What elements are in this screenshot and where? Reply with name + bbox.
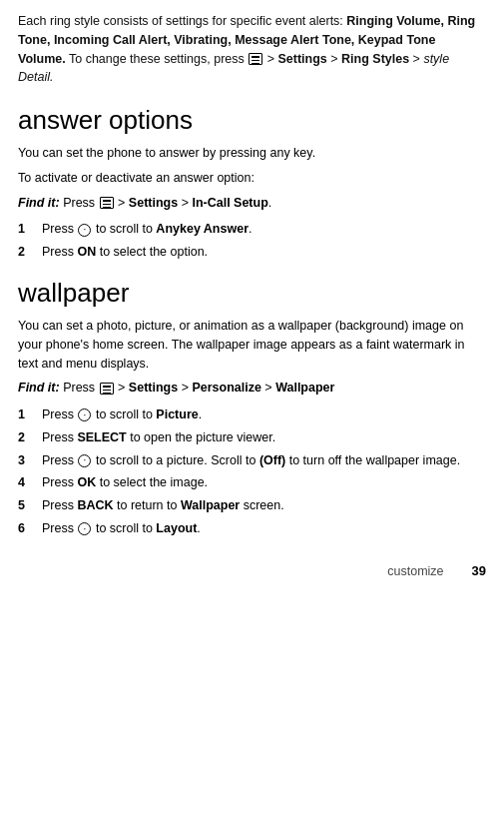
step-text-2-5: Press BACK to return to Wallpaper screen… bbox=[42, 496, 486, 515]
step-text-1-1: Press to scroll to Anykey Answer. bbox=[42, 220, 486, 239]
scroll-icon-3 bbox=[78, 454, 91, 467]
step-num-2-5: 5 bbox=[18, 496, 38, 515]
intro-text-after: To change these settings, press bbox=[66, 52, 249, 66]
intro-paragraph: Each ring style consists of settings for… bbox=[18, 12, 486, 87]
scroll-icon-4 bbox=[78, 522, 91, 535]
step-text-2-1: Press to scroll to Picture. bbox=[42, 406, 486, 424]
wallpaper-body1: You can set a photo, picture, or animati… bbox=[18, 317, 486, 373]
findit-label-1: Find it: bbox=[18, 196, 60, 210]
intro-text-before: Each ring style consists of settings for… bbox=[18, 14, 346, 28]
step-num-1-1: 1 bbox=[18, 220, 38, 239]
step-num-2-2: 2 bbox=[18, 428, 38, 447]
footer-label: customize bbox=[387, 562, 443, 580]
step-num-2-4: 4 bbox=[18, 473, 38, 492]
step-2-4: 4 Press OK to select the image. bbox=[18, 473, 486, 492]
answer-options-findit: Find it: Press > Settings > In-Call Setu… bbox=[18, 194, 486, 213]
step-text-2-2: Press SELECT to open the picture viewer. bbox=[42, 428, 486, 447]
scroll-icon-1 bbox=[78, 224, 91, 237]
findit-label-2: Find it: bbox=[18, 381, 60, 395]
answer-options-steps: 1 Press to scroll to Anykey Answer. 2 Pr… bbox=[18, 220, 486, 262]
step-text-2-6: Press to scroll to Layout. bbox=[42, 519, 486, 538]
findit-text-1: Press bbox=[63, 196, 98, 210]
step-2-2: 2 Press SELECT to open the picture viewe… bbox=[18, 428, 486, 447]
wallpaper-findit: Find it: Press > Settings > Personalize … bbox=[18, 379, 486, 398]
menu-icon-3 bbox=[100, 383, 114, 395]
step-text-2-3: Press to scroll to a picture. Scroll to … bbox=[42, 451, 486, 470]
step-num-2-1: 1 bbox=[18, 406, 38, 424]
section-wallpaper: wallpaper You can set a photo, picture, … bbox=[18, 278, 486, 538]
step-2-6: 6 Press to scroll to Layout. bbox=[18, 519, 486, 538]
scroll-icon-2 bbox=[78, 408, 91, 421]
step-num-2-3: 3 bbox=[18, 451, 38, 470]
section-answer-options: answer options You can set the phone to … bbox=[18, 105, 486, 262]
step-1-2: 2 Press ON to select the option. bbox=[18, 243, 486, 262]
step-text-2-4: Press OK to select the image. bbox=[42, 473, 486, 492]
step-2-1: 1 Press to scroll to Picture. bbox=[18, 406, 486, 424]
findit-path-1: > Settings > In-Call Setup. bbox=[118, 196, 271, 210]
page-footer: customize 39 bbox=[18, 562, 486, 581]
intro-path: > Settings > Ring Styles > bbox=[263, 52, 423, 66]
step-text-1-2: Press ON to select the option. bbox=[42, 243, 486, 262]
heading-answer-options: answer options bbox=[18, 105, 486, 136]
menu-icon bbox=[249, 53, 262, 65]
step-num-2-6: 6 bbox=[18, 519, 38, 538]
step-2-3: 3 Press to scroll to a picture. Scroll t… bbox=[18, 451, 486, 470]
answer-options-body2: To activate or deactivate an answer opti… bbox=[18, 169, 486, 188]
findit-text-2: Press bbox=[63, 381, 98, 395]
footer-page-number: 39 bbox=[472, 562, 486, 581]
answer-options-body1: You can set the phone to answer by press… bbox=[18, 144, 486, 163]
wallpaper-steps: 1 Press to scroll to Picture. 2 Press SE… bbox=[18, 406, 486, 538]
step-num-1-2: 2 bbox=[18, 243, 38, 262]
step-1-1: 1 Press to scroll to Anykey Answer. bbox=[18, 220, 486, 239]
heading-wallpaper: wallpaper bbox=[18, 278, 486, 309]
menu-icon-2 bbox=[100, 197, 114, 209]
findit-path-2: > Settings > Personalize > Wallpaper bbox=[118, 381, 334, 395]
step-2-5: 5 Press BACK to return to Wallpaper scre… bbox=[18, 496, 486, 515]
